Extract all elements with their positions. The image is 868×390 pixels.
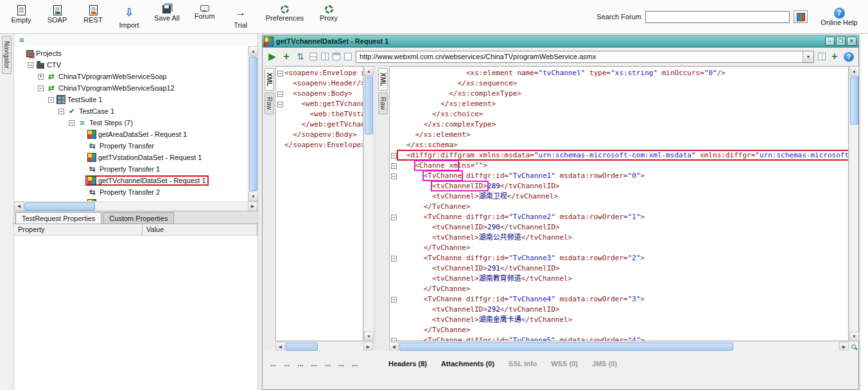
bottom-tab-attachments-0[interactable]: Attachments (0) — [441, 360, 494, 368]
tree-item[interactable]: getAreaDataSet - Request 1 — [17, 129, 248, 140]
window-titlebar[interactable]: getTVchannelDataSet - Request 1 − ❐ ✕ — [263, 35, 858, 48]
close-icon[interactable]: ✕ — [847, 37, 856, 46]
fold-icon[interactable]: − — [277, 91, 283, 97]
fold-icon[interactable]: − — [277, 102, 283, 107]
scrollbar-thumb[interactable] — [249, 57, 257, 191]
request-raw-tab[interactable]: Raw — [265, 93, 274, 114]
scroll-down-icon[interactable]: ▼ — [248, 191, 258, 201]
response-horizontal-scrollbar[interactable]: ◀ ▶ — [389, 341, 858, 351]
toolbar-item-import[interactable]: ⇩Import — [114, 3, 144, 31]
request-help-icon[interactable]: ? — [844, 52, 854, 62]
expander-icon[interactable]: − — [69, 120, 74, 126]
scroll-up-icon[interactable]: ▲ — [849, 66, 859, 76]
fold-icon[interactable]: − — [391, 215, 397, 220]
toolbar-item-soap[interactable]: SOAP — [42, 3, 72, 26]
toolbar-item-empty[interactable]: Empty — [6, 3, 36, 26]
detach-icon[interactable] — [818, 53, 826, 60]
response-vertical-scrollbar[interactable]: ▲ ▼ — [849, 66, 858, 341]
request-horizontal-scrollbar[interactable]: ◀ ▶ — [275, 341, 373, 351]
collapsed-tab-dots[interactable]: ... — [352, 360, 358, 368]
request-xml-tab[interactable]: XML — [265, 68, 274, 91]
bottom-tab-headers-8[interactable]: Headers (8) — [388, 360, 427, 368]
collapsed-tab-dots[interactable]: ... — [338, 360, 344, 368]
restore-icon[interactable]: ❐ — [836, 37, 846, 46]
scroll-up-icon[interactable]: ▲ — [364, 66, 374, 76]
search-forum-input[interactable] — [645, 11, 790, 23]
tree-item[interactable]: −CTV — [17, 59, 248, 71]
fold-icon[interactable]: − — [391, 297, 397, 303]
request-vertical-scrollbar[interactable]: ▲ ▼ — [363, 66, 373, 341]
fold-icon[interactable]: − — [391, 163, 397, 169]
toolbar-item-forum[interactable]: Forum — [190, 3, 220, 22]
collapsed-tab-dots[interactable]: ... — [325, 360, 331, 368]
tree-item[interactable]: getTVstationDataSet - Request 1 — [17, 152, 248, 163]
fold-icon[interactable]: − — [391, 153, 397, 159]
collapsed-tab-dots[interactable]: ... — [284, 360, 290, 368]
tab-custom-properties[interactable]: Custom Properties — [103, 212, 174, 224]
tabbed-layout-icon[interactable] — [333, 53, 340, 60]
run-button[interactable]: ▶ — [267, 50, 277, 63]
navigator-tab[interactable]: Navigator — [2, 36, 12, 74]
scrollbar-thumb[interactable] — [24, 202, 95, 211]
scroll-down-icon[interactable]: ▼ — [849, 332, 859, 341]
search-forum-button[interactable] — [794, 10, 808, 23]
tree-item[interactable]: +⇄ChinaTVprogramWebServiceSoap — [17, 71, 248, 82]
tree-item[interactable]: −✔TestCase 1 — [17, 105, 248, 117]
project-tree[interactable]: Projects−CTV+⇄ChinaTVprogramWebServiceSo… — [14, 46, 248, 201]
scroll-left-icon[interactable]: ◀ — [14, 202, 24, 211]
split-view-icon[interactable] — [344, 53, 352, 60]
scroll-right-icon[interactable]: ▶ — [248, 202, 257, 211]
minimize-icon[interactable]: − — [825, 37, 835, 46]
expander-icon[interactable]: − — [38, 85, 44, 91]
toolbar-item-preferences[interactable]: Preferences — [262, 3, 308, 24]
add-to-testcase-button[interactable]: + — [281, 50, 291, 63]
add-endpoint-icon[interactable]: + — [829, 50, 840, 63]
expander-icon[interactable]: − — [28, 62, 33, 68]
collapsed-tab-dots[interactable]: ... — [311, 360, 317, 368]
expander-icon[interactable]: + — [38, 74, 44, 80]
request-xml-editor[interactable]: −<soapenv:Envelope x <soapenv:Header/>− … — [275, 66, 363, 341]
toolbar-item-save-all[interactable]: Save All — [150, 3, 184, 24]
online-help[interactable]: ? Online Help — [817, 8, 862, 26]
fold-icon[interactable]: − — [391, 173, 397, 179]
expander-icon[interactable]: − — [58, 109, 64, 114]
scroll-down-icon[interactable]: ▼ — [364, 332, 374, 341]
scroll-left-icon[interactable]: ◀ — [389, 342, 399, 351]
horizontal-layout-icon[interactable] — [309, 53, 317, 60]
fold-icon[interactable]: − — [277, 71, 283, 76]
response-xml-tab[interactable]: XML — [378, 68, 388, 91]
tree-item[interactable]: −≡Test Steps (7) — [17, 117, 248, 129]
response-xml-editor[interactable]: <xs:element name="tvChannel" type="xs:st… — [389, 66, 849, 341]
tree-item[interactable]: −⇄ChinaTVprogramWebServiceSoap12 — [17, 82, 248, 94]
scroll-up-icon[interactable]: ▲ — [248, 46, 258, 56]
scrollbar-thumb[interactable] — [286, 342, 318, 351]
tree-item[interactable]: Projects — [17, 48, 248, 59]
endpoint-combo[interactable]: http://www.webxml.com.cn/webservices/Chi… — [356, 51, 814, 63]
scroll-right-icon[interactable]: ▶ — [363, 342, 373, 351]
tree-options-icon[interactable]: ≡ — [19, 36, 24, 44]
tree-item[interactable]: ⇆Property Transfer — [17, 140, 248, 152]
chevron-down-icon[interactable]: ▼ — [803, 51, 813, 62]
tree-horizontal-scrollbar[interactable]: ◀ ▶ — [14, 201, 257, 211]
scroll-left-icon[interactable]: ◀ — [275, 342, 285, 351]
toolbar-item-trial[interactable]: →Trial — [226, 3, 256, 31]
toolbar-item-proxy[interactable]: Proxy — [314, 3, 343, 24]
tree-item[interactable]: −TestSuite 1 — [17, 94, 248, 105]
tree-item[interactable]: ⇆Property Transfer 2 — [17, 186, 248, 198]
scrollbar-thumb[interactable] — [365, 76, 373, 134]
scrollbar-thumb[interactable] — [399, 342, 733, 351]
expander-icon[interactable]: − — [48, 97, 54, 103]
tree-vertical-scrollbar[interactable]: ▲ ▼ — [248, 46, 257, 201]
zoom-icon[interactable] — [849, 342, 858, 351]
response-raw-tab[interactable]: Raw — [378, 93, 388, 114]
collapsed-tab-dots[interactable]: ... — [270, 360, 276, 368]
toolbar-item-rest[interactable]: REST — [78, 3, 108, 26]
scrollbar-thumb[interactable] — [850, 76, 858, 125]
tree-item[interactable]: ⇆Property Transfer 1 — [17, 163, 248, 175]
fold-icon[interactable]: − — [391, 256, 397, 261]
tab-testrequest-properties[interactable]: TestRequest Properties — [15, 212, 101, 224]
collapsed-tab-dots[interactable]: ... — [297, 360, 303, 368]
scroll-right-icon[interactable]: ▶ — [839, 342, 849, 351]
tree-item[interactable]: getTVchannelDataSet - Request 1 — [17, 175, 248, 186]
recreate-request-icon[interactable]: ⇅ — [295, 50, 306, 63]
